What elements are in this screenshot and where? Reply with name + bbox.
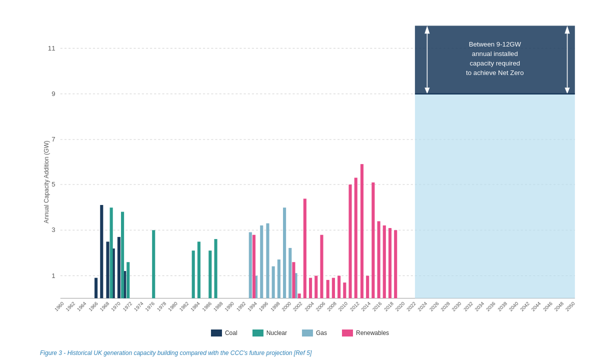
bar-coal-1966: [94, 278, 98, 298]
legend-renewables-box: [342, 330, 353, 336]
svg-text:1974: 1974: [133, 300, 144, 312]
svg-text:11: 11: [48, 44, 56, 52]
legend-coal-label: Coal: [225, 330, 238, 336]
bar-ren-2010: [348, 184, 352, 298]
svg-text:capacity required: capacity required: [470, 60, 520, 67]
svg-text:1978: 1978: [156, 300, 168, 312]
bar-ren-2003: [309, 278, 312, 298]
svg-text:2034: 2034: [474, 300, 485, 312]
svg-text:2020: 2020: [394, 300, 406, 312]
bar-ren-2004: [314, 276, 318, 298]
bar-gas-1995: [260, 226, 263, 298]
svg-text:2050: 2050: [564, 300, 576, 312]
svg-text:2018: 2018: [383, 300, 394, 312]
svg-text:2036: 2036: [485, 300, 496, 312]
svg-text:2032: 2032: [462, 300, 474, 312]
svg-text:2010: 2010: [337, 300, 348, 312]
bar-ren-2015: [377, 221, 380, 298]
svg-text:2048: 2048: [553, 300, 564, 312]
legend-coal-box: [211, 330, 222, 336]
svg-text:2014: 2014: [360, 300, 372, 312]
bar-ren-2014: [372, 182, 374, 298]
legend-renewables-label: Renewables: [356, 330, 389, 336]
svg-text:2006: 2006: [315, 300, 326, 312]
svg-text:1962: 1962: [64, 300, 76, 312]
svg-text:1998: 1998: [270, 300, 281, 312]
bar-ren-2007: [332, 278, 335, 298]
legend-nuclear-box: [252, 330, 264, 336]
bar-gas-1999: [283, 208, 286, 298]
svg-text:1966: 1966: [88, 300, 99, 312]
svg-text:1990: 1990: [224, 300, 235, 312]
svg-text:2026: 2026: [428, 300, 440, 312]
legend-coal: Coal: [211, 330, 238, 336]
legend-nuclear: Nuclear: [252, 330, 287, 336]
legend-gas-label: Gas: [316, 330, 327, 336]
bar-ren-2006: [326, 280, 330, 298]
bar-ren-1993: [252, 235, 256, 298]
svg-text:Between 9-12GW: Between 9-12GW: [469, 40, 522, 48]
legend-gas-box: [302, 330, 313, 336]
chart-caption: Figure 3 - Historical UK generation capa…: [40, 350, 312, 356]
bar-ren-2002: [304, 198, 306, 298]
svg-text:2028: 2028: [440, 300, 451, 312]
svg-text:2044: 2044: [530, 300, 542, 312]
svg-text:1968: 1968: [99, 300, 110, 312]
bar-nuclear-1976: [152, 230, 155, 298]
bar-nuclear-1986: [208, 250, 212, 298]
svg-text:2038: 2038: [496, 300, 508, 312]
svg-text:1976: 1976: [144, 300, 156, 312]
bar-gas-1993: [249, 232, 252, 298]
chart-legend: Coal Nuclear Gas Renewables: [211, 330, 389, 336]
bar-ren-2011: [354, 178, 358, 298]
bar-gas-1998: [278, 260, 280, 298]
svg-text:1: 1: [52, 272, 55, 279]
bar-ren-2008: [338, 276, 340, 298]
future-region: [415, 94, 575, 298]
svg-text:2042: 2042: [519, 300, 530, 312]
svg-text:2046: 2046: [542, 300, 554, 312]
svg-text:1992: 1992: [236, 300, 247, 312]
svg-text:1996: 1996: [258, 300, 269, 312]
svg-text:3: 3: [52, 226, 55, 234]
svg-text:2022: 2022: [406, 300, 417, 312]
svg-text:1964: 1964: [76, 300, 88, 312]
svg-text:9: 9: [52, 90, 55, 98]
bar-nuclear-1968: [110, 208, 113, 298]
bar-nuclear-1970: [121, 212, 124, 298]
svg-text:2008: 2008: [326, 300, 338, 312]
chart-container: Annual Capacity Addition (GW) 1 3: [0, 0, 600, 364]
svg-text:5: 5: [52, 180, 55, 188]
svg-text:1970: 1970: [110, 300, 122, 312]
svg-text:2024: 2024: [416, 300, 428, 312]
legend-nuclear-label: Nuclear: [266, 330, 287, 336]
svg-text:1988: 1988: [212, 300, 224, 312]
bar-gas-1997: [272, 266, 275, 298]
svg-text:annual installed: annual installed: [472, 50, 518, 58]
svg-text:1980: 1980: [167, 300, 178, 312]
bar-nuclear-1983: [192, 250, 195, 298]
svg-text:1984: 1984: [190, 300, 201, 312]
svg-text:2016: 2016: [372, 300, 383, 312]
bar-coal-1970: [118, 237, 120, 298]
bar-coal-1967: [100, 205, 103, 298]
bar-nuclear-1984: [198, 242, 200, 298]
bar-coal-1968: [106, 242, 109, 298]
svg-text:2000: 2000: [280, 300, 292, 312]
svg-text:1972: 1972: [122, 300, 133, 312]
legend-renewables: Renewables: [342, 330, 389, 336]
svg-text:7: 7: [52, 136, 55, 143]
bar-ren-2000: [292, 262, 295, 298]
main-chart-svg: 1 3 5 7 9 11: [40, 10, 580, 314]
svg-text:to achieve Net Zero: to achieve Net Zero: [466, 69, 524, 76]
svg-text:2002: 2002: [292, 300, 304, 312]
svg-text:2030: 2030: [451, 300, 462, 312]
svg-text:1960: 1960: [54, 300, 65, 312]
bar-gas-2000: [288, 248, 292, 298]
svg-text:1986: 1986: [201, 300, 212, 312]
bar-nuclear-1971: [126, 262, 130, 298]
bar-ren-2001: [298, 294, 301, 298]
bar-ren-2013: [366, 276, 369, 298]
bar-ren-2005: [320, 235, 323, 298]
bar-ren-2018: [394, 230, 397, 298]
